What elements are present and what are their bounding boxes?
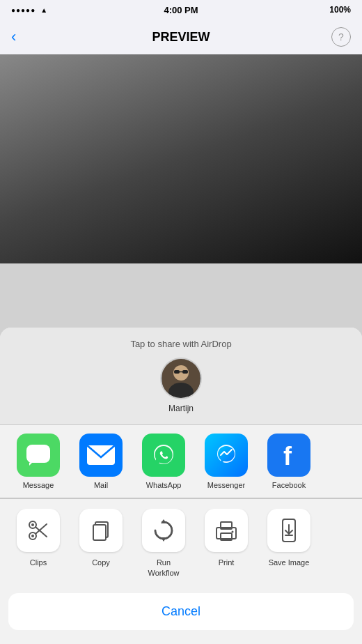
- back-button[interactable]: ‹: [11, 28, 16, 46]
- svg-point-17: [31, 535, 34, 537]
- svg-point-16: [31, 523, 34, 526]
- actions-section: Clips Copy: [0, 499, 362, 588]
- svg-marker-21: [161, 537, 166, 542]
- clips-icon: [17, 509, 60, 552]
- airdrop-section: Tap to share with AirDrop: [0, 328, 362, 425]
- action-save-image[interactable]: Save Image: [258, 509, 320, 578]
- save-image-icon: [267, 509, 310, 552]
- app-messenger[interactable]: Messenger: [195, 434, 258, 489]
- action-run-workflow[interactable]: Run Workflow: [132, 509, 195, 578]
- app-whatsapp[interactable]: WhatsApp: [132, 434, 195, 489]
- svg-rect-19: [93, 525, 106, 540]
- apps-row: Message Mail: [0, 434, 362, 489]
- airdrop-person[interactable]: Martijn: [160, 358, 202, 413]
- avatar: [160, 358, 202, 399]
- app-facebook[interactable]: f Facebook: [258, 434, 320, 489]
- print-label: Print: [219, 558, 235, 567]
- cancel-section: Cancel: [0, 588, 362, 644]
- svg-point-25: [232, 531, 234, 533]
- help-button[interactable]: ?: [331, 27, 351, 47]
- status-bar: ●●●●● ▲ 4:00 PM 100%: [0, 0, 362, 20]
- status-time: 4:00 PM: [164, 5, 198, 15]
- nav-bar: ‹ PREVIEW ?: [0, 20, 362, 54]
- action-copy[interactable]: Copy: [70, 509, 132, 578]
- whatsapp-icon: [142, 434, 185, 477]
- avatar-image: [162, 359, 200, 398]
- svg-marker-20: [161, 519, 166, 523]
- wifi-icon: ▲: [40, 6, 47, 14]
- cancel-button[interactable]: Cancel: [8, 593, 354, 630]
- workflow-label: Run Workflow: [148, 558, 179, 578]
- clips-label: Clips: [30, 558, 47, 567]
- message-icon: [17, 434, 60, 477]
- save-image-label: Save Image: [269, 558, 310, 567]
- action-print[interactable]: Print: [195, 509, 258, 578]
- airdrop-label: Tap to share with AirDrop: [130, 339, 231, 349]
- messenger-label: Messenger: [207, 481, 245, 489]
- facebook-label: Facebook: [272, 481, 306, 489]
- facebook-icon: f: [267, 434, 310, 477]
- share-sheet: Tap to share with AirDrop: [0, 328, 362, 644]
- svg-rect-4: [182, 370, 188, 374]
- app-message[interactable]: Message: [7, 434, 70, 489]
- apps-section: Message Mail: [0, 425, 362, 498]
- share-panel: Tap to share with AirDrop: [0, 328, 362, 588]
- signal-icon: ●●●●●: [11, 6, 36, 14]
- action-clips[interactable]: Clips: [7, 509, 70, 578]
- workflow-icon: [142, 509, 185, 552]
- battery-indicator: 100%: [329, 5, 351, 15]
- svg-rect-6: [26, 445, 50, 463]
- actions-row: Clips Copy: [0, 509, 362, 578]
- status-left: ●●●●● ▲: [11, 6, 47, 14]
- page-title: PREVIEW: [152, 30, 210, 45]
- print-icon: [205, 509, 248, 552]
- whatsapp-label: WhatsApp: [146, 481, 182, 489]
- app-mail[interactable]: Mail: [70, 434, 132, 489]
- preview-area: [0, 54, 362, 263]
- message-label: Message: [23, 481, 54, 489]
- svg-rect-3: [174, 370, 180, 374]
- preview-image: [0, 54, 362, 263]
- mail-label: Mail: [94, 481, 108, 489]
- copy-icon: [79, 509, 123, 552]
- airdrop-person-name: Martijn: [168, 404, 194, 413]
- svg-text:f: f: [283, 442, 292, 469]
- messenger-icon: [205, 434, 248, 477]
- mail-icon: [79, 434, 123, 477]
- copy-label: Copy: [92, 558, 110, 567]
